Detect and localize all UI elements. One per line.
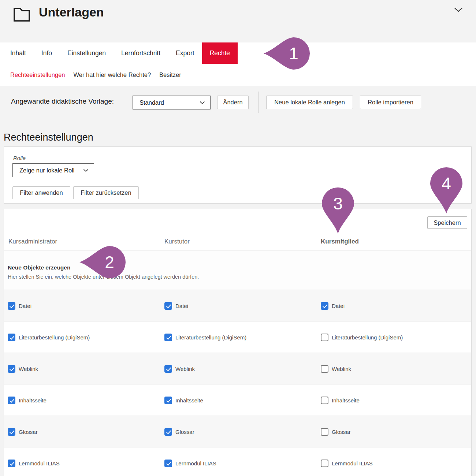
checkbox-kursadministrator-inhaltsseite[interactable] — [8, 397, 15, 404]
table-row-inhaltsseite: InhaltsseiteInhaltsseiteInhaltsseite — [4, 384, 471, 416]
checkbox-label: Glossar — [19, 429, 38, 435]
checkbox-kurstutor-inhaltsseite[interactable] — [164, 397, 172, 404]
checkbox-kursmitglied-inhaltsseite[interactable] — [321, 397, 328, 404]
new-local-role-button[interactable]: Neue lokale Rolle anlegen — [266, 96, 353, 109]
filter-reset-button[interactable]: Filter zurücksetzen — [73, 186, 139, 199]
checkbox-kursadministrator-glossar[interactable] — [8, 428, 15, 436]
permission-cell: Datei — [164, 290, 188, 321]
checkbox-kursmitglied-lernmodul-ilias[interactable] — [321, 460, 328, 467]
checkbox-kurstutor-literaturbestellung-digisem[interactable] — [164, 334, 172, 341]
checkbox-kurstutor-weblink[interactable] — [164, 365, 172, 373]
subtab-bar: RechteeinstellungenWer hat hier welche R… — [0, 64, 476, 85]
column-header-kursadministrator: Kursadministrator — [8, 238, 57, 245]
checkbox-label: Weblink — [175, 366, 195, 372]
checkbox-label: Inhaltsseite — [332, 397, 360, 404]
checkbox-label: Literaturbestellung (DigiSem) — [19, 334, 90, 341]
subtab-besitzer[interactable]: Besitzer — [159, 71, 181, 78]
import-role-button[interactable]: Rolle importieren — [360, 96, 421, 109]
checkbox-label: Inhaltsseite — [175, 397, 203, 404]
permission-cell: Lernmodul ILIAS — [164, 447, 216, 476]
table-row-weblink: WeblinkWeblinkWeblink — [4, 353, 471, 384]
permissions-heading: Rechteeinstellungen — [4, 132, 93, 143]
new-objects-section: Neue Objekte erzeugen Hier stellen Sie e… — [4, 250, 471, 290]
didactic-template-select-value: Standard — [140, 99, 164, 106]
column-header-row: Kursadministrator Kurstutor Kursmitglied — [4, 209, 471, 250]
page-header: Unterlagen — [0, 0, 476, 35]
permission-cell: Inhaltsseite — [164, 384, 203, 416]
permission-cell: Lernmodul ILIAS — [321, 447, 373, 476]
vertical-divider — [259, 92, 259, 113]
subtab-rechteeinstellungen[interactable]: Rechteeinstellungen — [10, 71, 65, 78]
annotation-number: 4 — [430, 167, 462, 200]
checkbox-label: Lernmodul ILIAS — [175, 460, 216, 466]
tab-rechte[interactable]: Rechte — [202, 42, 238, 64]
permission-cell: Weblink — [321, 353, 351, 384]
didactic-template-label: Angewandte didaktische Vorlage: — [11, 97, 114, 105]
checkbox-label: Datei — [332, 303, 345, 309]
annotation-number: 2 — [93, 246, 126, 278]
checkbox-label: Lernmodul ILIAS — [332, 460, 373, 466]
checkbox-label: Weblink — [19, 366, 38, 372]
checkbox-kursadministrator-literaturbestellung-digisem[interactable] — [8, 334, 15, 341]
permissions-table: Speichern Kursadministrator Kurstutor Ku… — [4, 209, 472, 476]
column-header-kursmitglied: Kursmitglied — [321, 238, 359, 245]
tab-info[interactable]: Info — [34, 42, 60, 64]
didactic-template-select[interactable]: Standard — [133, 96, 211, 109]
checkbox-kursadministrator-datei[interactable] — [8, 302, 15, 310]
checkbox-label: Glossar — [332, 429, 351, 435]
change-template-button[interactable]: Ändern — [217, 96, 249, 109]
annotation-pin-1: 1 — [263, 37, 310, 70]
table-row-datei: DateiDateiDatei — [4, 290, 471, 321]
annotation-number: 3 — [322, 187, 354, 220]
permission-cell: Weblink — [164, 353, 195, 384]
checkbox-kursmitglied-literaturbestellung-digisem[interactable] — [321, 334, 328, 341]
checkbox-kursmitglied-weblink[interactable] — [321, 365, 328, 373]
permission-cell: Inhaltsseite — [321, 384, 360, 416]
checkbox-label: Literaturbestellung (DigiSem) — [332, 334, 403, 341]
permission-cell: Datei — [8, 290, 31, 321]
checkbox-label: Datei — [19, 303, 31, 309]
table-row-glossar: GlossarGlossarGlossar — [4, 416, 471, 447]
checkbox-kursadministrator-weblink[interactable] — [8, 365, 15, 373]
tab-export[interactable]: Export — [168, 42, 202, 64]
checkbox-label: Literaturbestellung (DigiSem) — [175, 334, 246, 341]
chevron-down-icon — [83, 169, 89, 172]
checkbox-label: Glossar — [175, 429, 194, 435]
checkbox-kurstutor-glossar[interactable] — [164, 428, 172, 436]
role-filter-label: Rolle — [13, 155, 26, 161]
role-filter-select[interactable]: Zeige nur lokale Roll — [12, 163, 94, 177]
permission-cell: Glossar — [164, 416, 194, 447]
role-filter-select-value: Zeige nur lokale Roll — [19, 167, 74, 174]
filter-apply-button[interactable]: Filter anwenden — [12, 186, 70, 199]
annotation-pin-4: 4 — [429, 167, 463, 214]
subtab-wer-hat-hier-welche-rechte[interactable]: Wer hat hier welche Rechte? — [74, 71, 151, 78]
permission-cell: Datei — [321, 290, 345, 321]
folder-icon — [12, 5, 31, 25]
tab-bar: InhaltInfoEinstellungenLernfortschrittEx… — [0, 42, 476, 64]
permission-cell: Weblink — [8, 353, 38, 384]
annotation-pin-3: 3 — [321, 187, 355, 234]
tab-inhalt[interactable]: Inhalt — [3, 42, 34, 64]
checkbox-kurstutor-datei[interactable] — [164, 302, 172, 310]
annotation-number: 1 — [278, 37, 310, 70]
checkbox-kursmitglied-datei[interactable] — [321, 302, 328, 310]
tab-einstellungen[interactable]: Einstellungen — [60, 42, 114, 64]
permission-cell: Glossar — [8, 416, 38, 447]
chevron-down-icon[interactable] — [454, 7, 463, 14]
checkbox-label: Lernmodul ILIAS — [19, 460, 60, 466]
permission-cell: Literaturbestellung (DigiSem) — [164, 321, 246, 353]
checkbox-kurstutor-lernmodul-ilias[interactable] — [164, 460, 172, 467]
tab-lernfortschritt[interactable]: Lernfortschritt — [114, 42, 168, 64]
checkbox-kursadministrator-lernmodul-ilias[interactable] — [8, 460, 15, 467]
table-row-literaturbestellung-digisem: Literaturbestellung (DigiSem)Literaturbe… — [4, 321, 471, 353]
checkbox-kursmitglied-glossar[interactable] — [321, 428, 328, 436]
checkbox-label: Weblink — [332, 366, 351, 372]
permission-cell: Inhaltsseite — [8, 384, 47, 416]
permission-rows: DateiDateiDateiLiteraturbestellung (Digi… — [4, 290, 471, 476]
tab-navigation: InhaltInfoEinstellungenLernfortschrittEx… — [0, 42, 476, 86]
table-row-lernmodul-ilias: Lernmodul ILIASLernmodul ILIASLernmodul … — [4, 447, 471, 476]
filter-panel: Rolle Zeige nur lokale Roll Filter anwen… — [4, 146, 472, 204]
chevron-down-icon — [200, 101, 205, 104]
permission-cell: Lernmodul ILIAS — [8, 447, 60, 476]
permission-cell: Glossar — [321, 416, 351, 447]
